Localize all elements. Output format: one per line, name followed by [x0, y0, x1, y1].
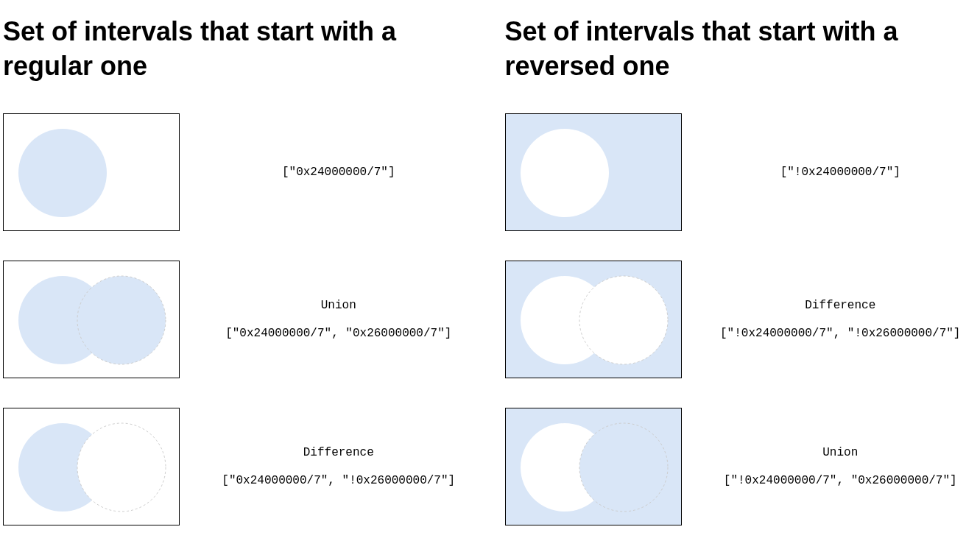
- svg-point-17: [521, 423, 609, 512]
- venn-difference-regular: [3, 408, 180, 525]
- left-heading: Set of intervals that start with a regul…: [3, 15, 476, 84]
- label-area: ["0x24000000/7"]: [202, 166, 476, 179]
- code-label: ["0x24000000/7", "!0x26000000/7"]: [222, 474, 455, 487]
- op-label: Difference: [805, 299, 875, 312]
- svg-point-2: [77, 276, 166, 364]
- label-area: Difference ["0x24000000/7", "!0x26000000…: [202, 446, 476, 487]
- diagram-container: Set of intervals that start with a regul…: [0, 0, 980, 538]
- svg-point-0: [18, 129, 107, 217]
- right-row-3: Union ["!0x24000000/7", "0x26000000/7"]: [505, 408, 978, 525]
- op-label: Union: [822, 446, 858, 459]
- op-label: Difference: [303, 446, 374, 459]
- venn-single-regular: [3, 113, 180, 231]
- venn-difference-reversed: [505, 261, 682, 378]
- venn-single-reversed: [505, 113, 682, 231]
- code-label: ["0x24000000/7", "0x26000000/7"]: [225, 327, 451, 340]
- left-row-2: Union ["0x24000000/7", "0x26000000/7"]: [3, 261, 476, 378]
- label-area: Difference ["!0x24000000/7", "!0x2600000…: [704, 299, 978, 340]
- code-label: ["0x24000000/7"]: [282, 166, 395, 179]
- right-row-1: ["!0x24000000/7"]: [505, 113, 978, 231]
- venn-union-reversed: [505, 408, 682, 525]
- label-area: Union ["0x24000000/7", "0x26000000/7"]: [202, 299, 476, 340]
- svg-point-9: [521, 129, 609, 217]
- venn-union-regular: [3, 261, 180, 378]
- left-row-3: Difference ["0x24000000/7", "!0x26000000…: [3, 408, 476, 525]
- code-label: ["!0x24000000/7", "!0x26000000/7"]: [720, 327, 960, 340]
- left-row-1: ["0x24000000/7"]: [3, 113, 476, 231]
- svg-point-6: [18, 423, 107, 512]
- code-label: ["!0x24000000/7"]: [780, 166, 900, 179]
- right-column: Set of intervals that start with a rever…: [505, 15, 978, 538]
- label-area: ["!0x24000000/7"]: [704, 166, 978, 179]
- left-column: Set of intervals that start with a regul…: [3, 15, 476, 538]
- op-label: Union: [321, 299, 356, 312]
- code-label: ["!0x24000000/7", "0x26000000/7"]: [724, 474, 957, 487]
- right-heading: Set of intervals that start with a rever…: [505, 15, 978, 84]
- right-row-2: Difference ["!0x24000000/7", "!0x2600000…: [505, 261, 978, 378]
- svg-point-12: [579, 276, 668, 364]
- label-area: Union ["!0x24000000/7", "0x26000000/7"]: [704, 446, 978, 487]
